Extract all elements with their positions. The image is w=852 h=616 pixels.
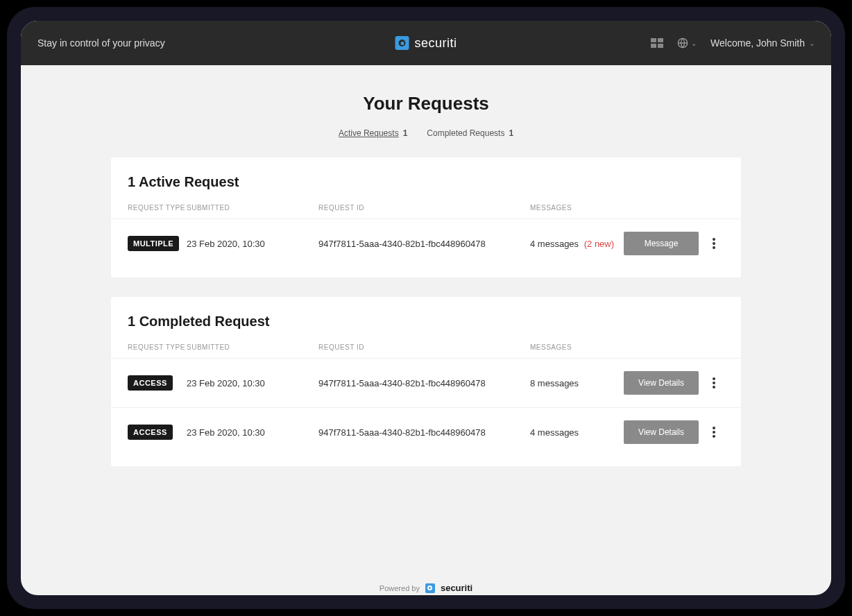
col-type: REQUEST TYPE [128,343,187,351]
tab-completed-requests[interactable]: Completed Requests 1 [427,128,513,138]
completed-requests-card: 1 Completed Request REQUEST TYPE SUBMITT… [111,297,741,466]
brand-logo[interactable]: securiti [395,36,457,51]
table-row: MULTIPLE 23 Feb 2020, 10:30 947f7811-5aa… [111,219,741,268]
new-messages-badge: (2 new) [584,239,614,249]
messages-count: 8 messages [530,378,624,388]
col-type: REQUEST TYPE [128,204,187,212]
submitted-date: 23 Feb 2020, 10:30 [187,427,318,438]
messages-count: 4 messages (2 new) [530,239,624,249]
page-title: Your Requests [21,93,831,114]
header-actions: ⌄ Welcome, John Smith ⌄ [651,37,815,49]
more-options-icon[interactable] [700,424,728,440]
col-submitted: SUBMITTED [187,204,318,212]
logo-icon [425,583,435,593]
col-id: REQUEST ID [318,204,530,212]
tab-label: Active Requests [339,128,399,138]
messages-count: 4 messages [530,427,624,438]
footer: Powered by securiti [21,569,831,595]
apps-grid-icon[interactable] [651,38,663,48]
submitted-date: 23 Feb 2020, 10:30 [187,239,318,249]
table-header: REQUEST TYPE SUBMITTED REQUEST ID MESSAG… [111,343,741,358]
more-options-icon[interactable] [700,375,728,391]
table-row: ACCESS 23 Feb 2020, 10:30 947f7811-5aaa-… [111,407,741,456]
request-type-badge: MULTIPLE [128,236,179,251]
header-tagline: Stay in control of your privacy [37,37,165,49]
user-menu[interactable]: Welcome, John Smith ⌄ [710,37,815,49]
brand-name: securiti [414,36,457,51]
submitted-date: 23 Feb 2020, 10:30 [187,378,318,388]
tab-count: 1 [403,128,408,138]
more-options-icon[interactable] [700,235,728,252]
message-button[interactable]: Message [624,232,699,255]
main-content: Your Requests Active Requests 1 Complete… [21,65,831,595]
footer-brand: securiti [441,583,472,593]
welcome-text: Welcome, John Smith [710,37,805,49]
app-screen: Stay in control of your privacy securiti [21,21,831,595]
col-id: REQUEST ID [318,343,530,351]
chevron-down-icon: ⌄ [691,40,697,47]
col-submitted: SUBMITTED [187,343,318,351]
device-frame: Stay in control of your privacy securiti [7,7,845,609]
powered-by-label: Powered by [380,584,420,592]
card-title: 1 Completed Request [111,314,741,343]
card-title: 1 Active Request [111,174,741,204]
language-selector[interactable]: ⌄ [677,37,697,49]
logo-icon [395,36,409,50]
app-header: Stay in control of your privacy securiti [21,21,831,65]
tab-label: Completed Requests [427,128,504,138]
col-messages: MESSAGES [530,204,624,212]
request-type-badge: ACCESS [128,375,173,391]
view-details-button[interactable]: View Details [624,371,699,395]
col-messages: MESSAGES [530,343,624,351]
table-row: ACCESS 23 Feb 2020, 10:30 947f7811-5aaa-… [111,358,741,407]
tab-count: 1 [509,128,513,138]
active-requests-card: 1 Active Request REQUEST TYPE SUBMITTED … [111,157,741,277]
request-type-badge: ACCESS [128,425,173,440]
tab-active-requests[interactable]: Active Requests 1 [339,128,407,138]
table-header: REQUEST TYPE SUBMITTED REQUEST ID MESSAG… [111,204,741,219]
request-id: 947f7811-5aaa-4340-82b1-fbc448960478 [318,378,530,388]
request-id: 947f7811-5aaa-4340-82b1-fbc448960478 [318,239,530,249]
request-tabs: Active Requests 1 Completed Requests 1 [21,128,831,138]
globe-icon [677,37,688,49]
chevron-down-icon: ⌄ [809,40,815,47]
request-id: 947f7811-5aaa-4340-82b1-fbc448960478 [318,427,530,438]
view-details-button[interactable]: View Details [624,420,699,444]
